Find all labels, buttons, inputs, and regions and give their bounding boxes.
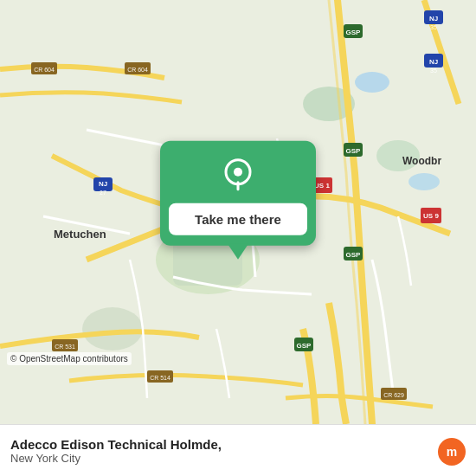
svg-text:35: 35	[430, 24, 437, 30]
moovit-logo: m	[438, 438, 466, 466]
location-pin-icon	[219, 157, 257, 195]
svg-point-7	[408, 173, 440, 190]
svg-text:US 1: US 1	[314, 182, 330, 190]
svg-point-6	[355, 72, 389, 93]
svg-point-4	[82, 307, 143, 351]
popup-icon-area	[202, 141, 274, 203]
svg-text:NJ: NJ	[429, 58, 438, 66]
svg-point-44	[234, 168, 242, 177]
svg-text:CR 531: CR 531	[55, 344, 75, 350]
svg-text:CR 629: CR 629	[383, 392, 404, 398]
take-me-there-button[interactable]: Take me there	[169, 203, 307, 235]
moovit-letter: m	[447, 445, 457, 459]
location-name: Adecco Edison Technical Holmde,	[10, 437, 466, 452]
location-info: Adecco Edison Technical Holmde, New York…	[10, 437, 466, 465]
bottom-bar: Adecco Edison Technical Holmde, New York…	[0, 424, 476, 476]
osm-attribution: © OpenStreetMap contributors	[7, 352, 132, 365]
moovit-logo-circle: m	[438, 438, 466, 466]
svg-text:CR 514: CR 514	[150, 375, 170, 381]
svg-text:NJ: NJ	[429, 15, 438, 23]
svg-text:GSP: GSP	[346, 29, 362, 36]
svg-text:NJ: NJ	[99, 180, 107, 188]
map-container: GSP GSP GSP GSP NJ 35 NJ 35 NJ 27 US 1 U…	[0, 0, 476, 424]
svg-text:Metuchen: Metuchen	[54, 228, 106, 241]
location-city: New York City	[10, 452, 466, 465]
svg-text:CR 604: CR 604	[127, 67, 148, 73]
svg-text:GSP: GSP	[346, 251, 362, 259]
svg-text:US 9: US 9	[423, 212, 439, 220]
svg-text:27: 27	[100, 190, 106, 196]
svg-text:GSP: GSP	[297, 342, 312, 350]
svg-text:35: 35	[430, 68, 437, 74]
svg-text:CR 604: CR 604	[34, 67, 55, 73]
location-popup: Take me there	[160, 141, 316, 246]
svg-text:Woodbr: Woodbr	[402, 155, 441, 167]
svg-text:GSP: GSP	[346, 147, 362, 155]
